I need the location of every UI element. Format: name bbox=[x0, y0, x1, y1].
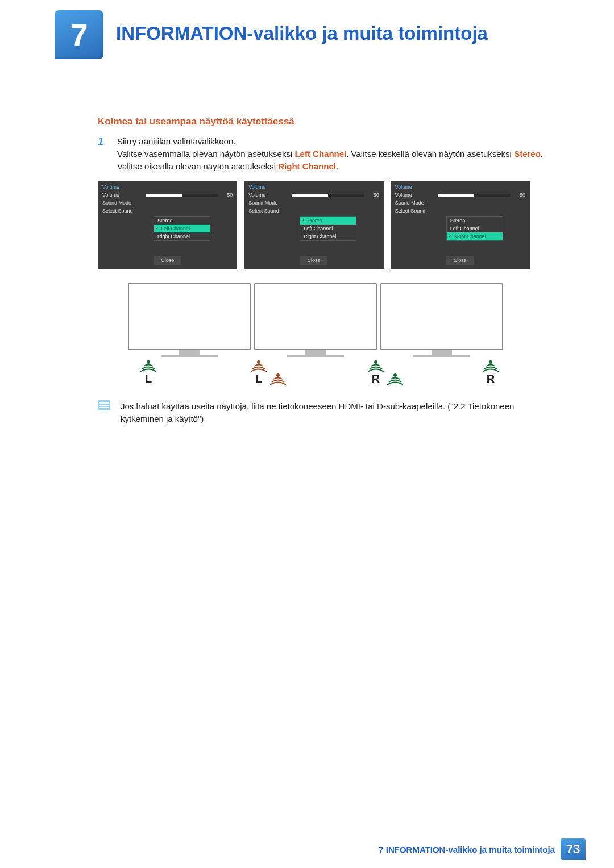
close-button[interactable]: Close bbox=[154, 256, 181, 265]
osd-soundmode-label: Sound Mode bbox=[102, 200, 142, 206]
step-line2d: . bbox=[336, 161, 338, 171]
osd-selectsound-label: Select Sound bbox=[248, 208, 288, 214]
monitor-1 bbox=[128, 283, 251, 357]
volume-slider[interactable] bbox=[292, 194, 364, 197]
page-title: INFORMATION-valikko ja muita toimintoja bbox=[116, 10, 488, 44]
osd-title: Volume bbox=[395, 184, 525, 190]
volume-value: 50 bbox=[514, 192, 525, 198]
osd-option-right[interactable]: Right Channel bbox=[300, 232, 356, 240]
osd-panel-3: VolumeVolume50Sound ModeSelect SoundSter… bbox=[391, 181, 530, 269]
kw-left-channel: Left Channel bbox=[294, 149, 346, 159]
osd-panels: VolumeVolume50Sound ModeSelect SoundSter… bbox=[98, 181, 530, 269]
step-text: Siirry äänitilan valintavalikkoon. Valit… bbox=[117, 135, 555, 173]
osd-option-right[interactable]: Right Channel bbox=[447, 232, 503, 240]
footer-title: 7 INFORMATION-valikko ja muita toimintoj… bbox=[379, 845, 555, 854]
section-title: Kolmea tai useampaa näyttöä käytettäessä bbox=[98, 116, 614, 127]
speaker-4-label: R bbox=[483, 372, 499, 385]
volume-value: 50 bbox=[368, 192, 379, 198]
speaker-3l: R bbox=[368, 360, 384, 385]
footer: 7 INFORMATION-valikko ja muita toimintoj… bbox=[379, 838, 586, 860]
osd-option-stereo[interactable]: Stereo bbox=[154, 217, 210, 225]
note-row: Jos haluat käyttää useita näyttöjä, liit… bbox=[98, 400, 614, 425]
osd-option-right[interactable]: Right Channel bbox=[154, 232, 210, 240]
speaker-1-label: L bbox=[140, 372, 156, 385]
svg-point-1 bbox=[258, 361, 260, 363]
osd-volume-label: Volume bbox=[248, 192, 288, 198]
osd-options: StereoLeft ChannelRight Channel bbox=[446, 216, 503, 241]
svg-point-0 bbox=[147, 361, 150, 363]
volume-value: 50 bbox=[221, 192, 233, 198]
step-line2b: . Valitse keskellä olevan näytön asetuks… bbox=[346, 149, 514, 159]
step-line1: Siirry äänitilan valintavalikkoon. bbox=[117, 136, 235, 146]
osd-option-left[interactable]: Left Channel bbox=[300, 225, 356, 232]
monitor-2 bbox=[254, 283, 377, 357]
step-1: 1 Siirry äänitilan valintavalikkoon. Val… bbox=[98, 135, 614, 173]
kw-stereo: Stereo bbox=[514, 149, 541, 159]
osd-panel-2: VolumeVolume50Sound ModeSelect SoundSter… bbox=[244, 181, 383, 269]
svg-point-2 bbox=[277, 374, 279, 376]
svg-point-5 bbox=[489, 361, 492, 363]
step-number: 1 bbox=[98, 135, 106, 173]
osd-volume-label: Volume bbox=[395, 192, 435, 198]
volume-slider[interactable] bbox=[438, 194, 511, 197]
kw-right-channel: Right Channel bbox=[278, 161, 336, 171]
osd-title: Volume bbox=[248, 184, 379, 190]
close-button[interactable]: Close bbox=[300, 256, 327, 265]
footer-page: 73 bbox=[561, 838, 586, 860]
osd-option-left[interactable]: Left Channel bbox=[447, 225, 503, 232]
svg-point-3 bbox=[375, 361, 377, 363]
speaker-4: R bbox=[483, 360, 499, 385]
chapter-badge: 7 bbox=[55, 10, 103, 59]
monitor-diagram: L L R R bbox=[128, 283, 503, 385]
close-button[interactable]: Close bbox=[446, 256, 474, 265]
osd-soundmode-label: Sound Mode bbox=[395, 200, 435, 206]
osd-option-stereo[interactable]: Stereo bbox=[300, 217, 356, 225]
osd-options: StereoLeft ChannelRight Channel bbox=[300, 216, 356, 241]
osd-option-stereo[interactable]: Stereo bbox=[447, 217, 503, 225]
note-text: Jos haluat käyttää useita näyttöjä, liit… bbox=[121, 400, 553, 425]
step-line2a: Valitse vasemmalla olevan näytön asetuks… bbox=[117, 149, 294, 159]
volume-slider[interactable] bbox=[146, 194, 218, 197]
osd-volume-label: Volume bbox=[102, 192, 142, 198]
osd-panel-1: VolumeVolume50Sound ModeSelect SoundSter… bbox=[98, 181, 237, 269]
note-icon bbox=[98, 400, 110, 410]
osd-soundmode-label: Sound Mode bbox=[248, 200, 288, 206]
speaker-2r bbox=[270, 373, 286, 385]
osd-selectsound-label: Select Sound bbox=[102, 208, 142, 214]
speaker-2-label: L bbox=[251, 372, 267, 385]
osd-option-left[interactable]: Left Channel bbox=[154, 225, 210, 232]
speaker-3-label: R bbox=[368, 372, 384, 385]
svg-point-4 bbox=[394, 374, 396, 376]
monitor-3 bbox=[380, 283, 503, 357]
osd-selectsound-label: Select Sound bbox=[395, 208, 435, 214]
osd-options: StereoLeft ChannelRight Channel bbox=[154, 216, 210, 241]
speaker-2l: L bbox=[251, 360, 267, 385]
osd-title: Volume bbox=[102, 184, 233, 190]
speaker-1: L bbox=[140, 360, 156, 385]
speaker-3r bbox=[387, 373, 403, 385]
